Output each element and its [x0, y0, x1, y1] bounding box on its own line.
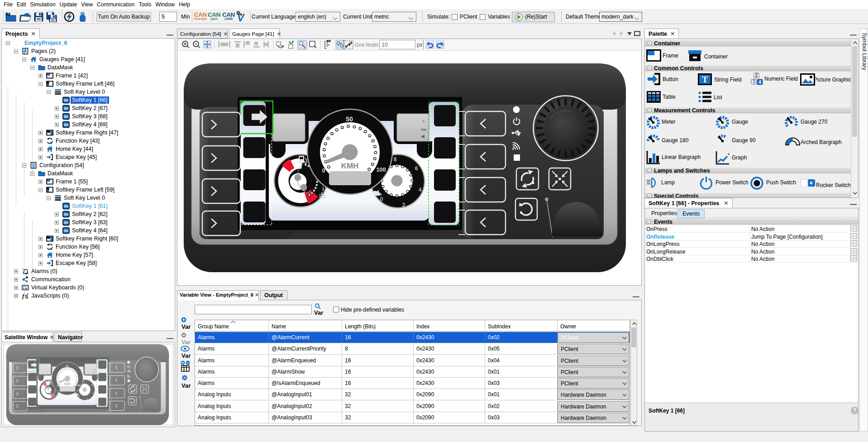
svg-text:50: 50	[346, 115, 353, 123]
svg-text:6: 6	[415, 165, 418, 172]
svg-text:Var: Var	[181, 382, 191, 389]
svg-text:T: T	[702, 75, 708, 84]
svg-text:8: 8	[394, 156, 397, 163]
svg-text:100: 100	[376, 166, 386, 173]
svg-text:2: 2	[755, 73, 758, 78]
svg-text:FM: FM	[421, 128, 426, 132]
svg-text:KMH: KMH	[341, 162, 359, 170]
svg-text:3: 3	[753, 79, 755, 84]
svg-text:Var: Var	[314, 309, 323, 316]
svg-text:Var: Var	[181, 339, 191, 346]
svg-text:Var: Var	[181, 323, 191, 330]
svg-text:c: c	[423, 119, 425, 123]
svg-text:2: 2	[402, 202, 405, 208]
svg-text:Var: Var	[181, 352, 191, 359]
svg-text:0: 0	[322, 167, 325, 174]
svg-text:4: 4	[419, 187, 422, 193]
svg-text:4: 4	[758, 80, 761, 85]
svg-text:0: 0	[380, 196, 383, 202]
